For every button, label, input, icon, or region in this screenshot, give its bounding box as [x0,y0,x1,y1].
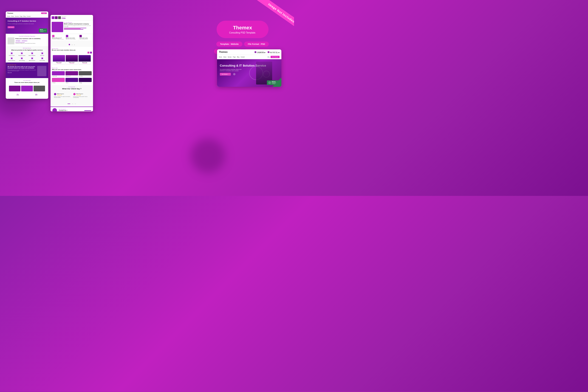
middle-s3-desc: Highest quality guaranteed [80,39,92,40]
right-nav-about[interactable]: About [223,56,226,58]
left-hero: Consulting & IT Solution Service The bes… [6,18,48,34]
right-webit-logo [268,81,271,84]
middle-why-5: Finance [66,78,78,84]
middle-service-1: Warranty Management IT Professional IT m… [52,34,65,40]
left-experience-badge: 20+ Experience [21,40,28,42]
left-service-item-4: Retirement [38,52,47,56]
middle-s1-desc: Professional IT management services [52,39,64,40]
right-location-value: New York city, US [270,52,280,53]
left-logo: Themex [7,12,13,14]
left-proj-3 [34,86,45,92]
left-section-projects: Our Latest Project There are more latest… [6,78,48,99]
left-hero-title: Consulting & IT Solution Service [8,20,46,22]
middle-member1-info: Robert Cooper [53,62,65,64]
middle-why-img1 [52,71,65,75]
middle-bar-3 [64,29,84,30]
middle-dot-2 [74,44,75,45]
middle-services-row: Warranty Management IT Professional IT m… [50,33,93,41]
middle-why-3: Consulting [79,71,92,77]
right-nav-service[interactable]: Service [228,56,232,58]
right-nav-page[interactable]: Page [233,56,236,58]
middle-contact-avatar [52,108,57,112]
middle-contact-bar: Don't Hesitate To Contact Us ? (+00)888.… [50,106,93,112]
left-divider [16,42,24,42]
middle-header: Total Client 256k [50,15,93,21]
middle-member3-info: Robert Coop [78,62,91,64]
left-safe-label: Trusted By The World Best Organization [8,36,46,37]
left-purple-desc: We are helping agencies throughout the l… [8,70,36,72]
middle-s3-icon [80,35,82,37]
middle-why-img6 [79,78,92,82]
middle-team-member-2: Robert Cooper [66,55,78,64]
middle-prev-arrow[interactable]: ‹ [88,52,89,54]
right-quote-btn[interactable]: Get A Quote [270,56,280,58]
left-section-purple: Best Reputation Title We design the best… [6,62,48,78]
middle-hero-img3 [58,16,61,19]
right-hero-desc: Our vertical solutions expertise allows … [220,69,243,72]
middle-team-member-3: Robert Coop [78,55,91,64]
middle-client-count: 256k [62,17,66,19]
middle-why-grid: Cyber Security Management IT Consulting … [52,71,92,84]
tag-template: Template : Website [216,42,242,46]
right-location-icon: 📍 [268,51,270,53]
right-logo: Themex [219,51,228,53]
left-safe-title: Keep your business safe & availability. [16,38,41,40]
middle-member3-photo [78,55,91,62]
middle-business-img [52,22,63,32]
right-contact-info: 📞 Contact Available (+00)888.666.88 📍 Ou… [254,51,280,53]
right-nav-consult[interactable]: Consult [241,56,244,58]
left-section-safe: Trusted By The World Best Organization K… [6,34,48,46]
left-projects-grid [8,84,46,93]
middle-testimonials-section: Our Testimonials What Our Client Say ? A… [50,85,93,106]
blob-decoration-right [191,138,225,173]
right-contact-available: 📞 Contact Available (+00)888.666.88 [254,51,265,53]
left-safe-desc: Professional consulting and IT service s… [16,43,41,44]
middle-team-title: We are more team member done yet. [52,49,92,51]
left-purple-signature: Robert Alt [8,72,36,73]
right-get-started-btn[interactable]: Get Started → [220,73,231,76]
middle-testimonials-title: What Our Client Say ? [52,88,92,90]
middle-nav-arrows: ‹ › [52,52,92,54]
middle-team-label: Need Our Team [52,48,92,49]
right-search-box[interactable]: 🔍 [267,56,270,58]
middle-s2-desc: Expert team members available [66,39,78,40]
middle-business-label: Our Latest Business [64,22,92,23]
right-nav-home[interactable]: Home [219,56,222,58]
left-header-contact: Contact [43,13,45,14]
middle-why-1: Cyber Security [52,71,65,77]
left-proj-1 [9,86,20,92]
middle-contact-underline [84,110,91,111]
middle-why-img2 [66,71,78,75]
middle-why-img3 [79,71,92,75]
left-service-item-8: Tax Consulting [38,57,47,61]
middle-next-arrow[interactable]: › [90,52,92,54]
left-projects-title: There are more latest project done yet. [8,82,46,83]
webit-badge-left: Webit 25 Years Experience This Market [39,28,47,32]
right-phone-icon: 📞 [254,51,256,53]
left-projects-label: Our Latest Project [8,80,46,81]
middle-s1-icon [52,35,54,37]
middle-progress-bars [64,28,92,30]
middle-team-member-1: Robert Cooper [53,55,65,64]
left-stat-1: 18+ Projects [16,94,19,96]
preview-middle: Total Client 256k Our Latest Business We… [50,15,93,112]
middle-team-row: Robert Cooper Robert Cooper Robert Coop [52,54,92,65]
right-nav-blog[interactable]: Blog [237,56,239,58]
middle-hero-img2 [55,16,58,19]
middle-why-title: Why you are case project! some reason he… [52,69,92,70]
left-preview-header: Themex Contact [6,12,48,15]
brand-pill-main: Themex Consulting PSD Template. [216,21,269,38]
middle-hero-img1 [52,16,54,19]
left-stats: 18+ Projects 28k Clients [8,93,46,97]
right-dot-deco-1 [243,65,244,66]
right-location: 📍 Our Location New - New York city, US [268,51,280,53]
middle-testi-dot-2 [75,104,76,104]
middle-why-4: IT Service [52,78,65,84]
middle-bar-1 [64,28,86,28]
left-purple-title: We design the best path to get successfu… [8,66,36,69]
middle-business-title: Webit software development company [64,23,92,25]
left-support-badge: 24/7 Support [16,40,21,42]
tag-fileformat: File Format : PSD [244,42,269,46]
middle-testimonial1-avatar [54,93,56,95]
middle-member2-info: Robert Cooper [66,62,78,64]
